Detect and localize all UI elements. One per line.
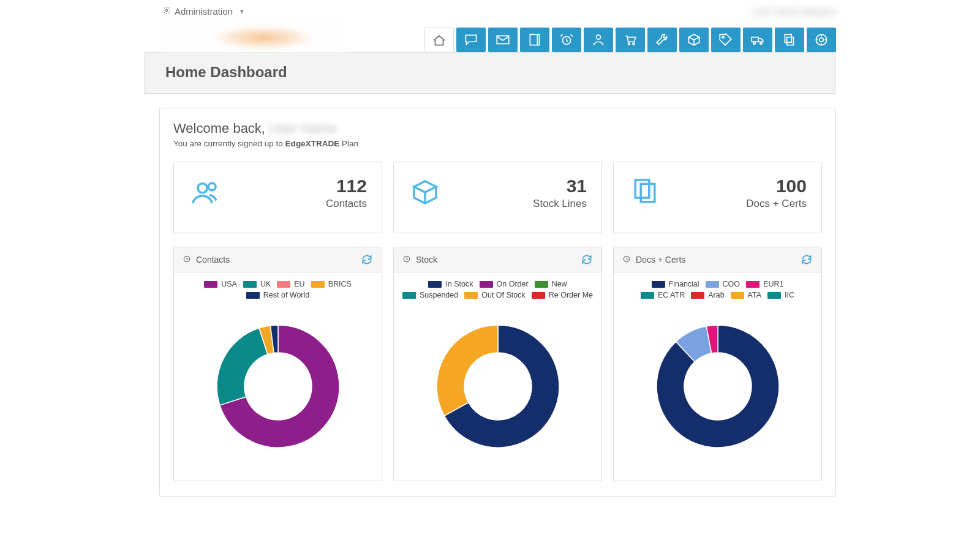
chart-legend: In StockOn OrderNewSuspendedOut Of Stock…	[394, 272, 601, 302]
svg-point-10	[760, 42, 762, 44]
stat-value: 100	[746, 176, 807, 197]
legend-label: EC ATR	[658, 291, 685, 299]
legend-label: BRICS	[328, 280, 352, 288]
legend-label: EU	[294, 280, 304, 288]
nav-cart-icon[interactable]	[616, 28, 645, 52]
legend-swatch	[746, 281, 760, 288]
donut-slice[interactable]	[437, 325, 498, 416]
legend-item[interactable]: ATA	[731, 291, 761, 299]
legend-item[interactable]: EU	[277, 280, 304, 288]
svg-point-14	[820, 38, 824, 42]
legend-item[interactable]: EC ATR	[641, 291, 685, 299]
stat-value: 112	[326, 176, 367, 197]
nav-comment-icon[interactable]	[456, 28, 486, 52]
legend-item[interactable]: Arab	[691, 291, 724, 299]
legend-label: Suspended	[420, 291, 458, 299]
nav-book-icon[interactable]	[520, 28, 549, 52]
legend-label: In Stock	[445, 280, 473, 288]
stat-card[interactable]: 31Stock Lines	[393, 162, 602, 233]
legend-item[interactable]: In Stock	[428, 280, 473, 288]
legend-swatch	[767, 292, 781, 299]
legend-label: USA	[221, 280, 237, 288]
legend-item[interactable]: COO	[706, 280, 740, 288]
svg-point-15	[198, 184, 207, 193]
legend-item[interactable]: Financial	[652, 280, 699, 288]
nav-support-icon[interactable]	[807, 28, 836, 52]
title-band: Home Dashboard	[144, 52, 836, 94]
refresh-icon[interactable]	[801, 253, 813, 266]
legend-swatch	[277, 281, 290, 288]
donut-chart	[614, 302, 821, 481]
refresh-icon[interactable]	[361, 253, 373, 266]
svg-rect-11	[787, 37, 794, 45]
svg-rect-2	[530, 34, 539, 45]
legend-swatch	[652, 281, 665, 288]
stat-value: 31	[533, 176, 587, 197]
svg-point-7	[722, 36, 724, 38]
legend-item[interactable]: Rest of World	[246, 291, 310, 299]
donut-slice[interactable]	[217, 328, 268, 405]
chart-title: Stock	[416, 255, 437, 264]
svg-point-4	[597, 35, 601, 39]
legend-label: EUR1	[763, 280, 783, 288]
stat-card[interactable]: 100Docs + Certs	[613, 162, 822, 233]
stat-label: Contacts	[326, 198, 367, 210]
nav-tag-icon[interactable]	[711, 28, 741, 52]
nav-person-icon[interactable]	[584, 28, 613, 52]
welcome-sub: You are currently signed up to EdgeXTRAD…	[173, 139, 822, 148]
clock-icon	[402, 255, 411, 265]
svg-point-5	[628, 43, 630, 45]
legend-swatch	[641, 292, 654, 299]
legend-item[interactable]: IIC	[767, 291, 794, 299]
legend-item[interactable]: BRICS	[311, 280, 352, 288]
legend-swatch	[480, 281, 493, 288]
nav-truck-icon[interactable]	[743, 28, 772, 52]
svg-point-9	[753, 42, 755, 44]
legend-item[interactable]: USA	[204, 280, 237, 288]
nav-wrench-icon[interactable]	[647, 28, 677, 52]
legend-item[interactable]: EUR1	[746, 280, 783, 288]
legend-item[interactable]: New	[535, 280, 567, 288]
nav-mail-icon[interactable]	[488, 28, 518, 52]
chart-card-stock: StockIn StockOn OrderNewSuspendedOut Of …	[393, 247, 602, 481]
legend-swatch	[204, 281, 217, 288]
legend-swatch	[311, 281, 325, 288]
chart-title: Docs + Certs	[636, 255, 685, 264]
stat-card[interactable]: 112Contacts	[173, 162, 382, 233]
legend-label: Re Order Me	[549, 291, 593, 299]
legend-label: Out Of Stock	[481, 291, 526, 299]
welcome-heading: Welcome back, User Name	[173, 121, 822, 137]
admin-menu[interactable]: Administration ▼	[49, 4, 245, 19]
legend-item[interactable]: Out Of Stock	[464, 291, 526, 299]
chart-legend: FinancialCOOEUR1EC ATRArabATAIIC	[614, 272, 821, 302]
legend-swatch	[402, 292, 416, 299]
legend-item[interactable]: On Order	[480, 280, 529, 288]
legend-item[interactable]: Suspended	[402, 291, 458, 299]
legend-swatch	[532, 292, 545, 299]
legend-swatch	[691, 292, 704, 299]
legend-item[interactable]: UK	[243, 280, 271, 288]
donut-chart	[394, 302, 601, 481]
nav-home-icon[interactable]	[424, 28, 454, 52]
legend-label: Arab	[708, 291, 724, 299]
stat-label: Stock Lines	[533, 198, 587, 210]
chart-card-contacts: ContactsUSAUKEUBRICSRest of World	[173, 247, 382, 481]
nav-alarm-icon[interactable]	[552, 28, 581, 52]
user-menu[interactable]: User Name (Region)	[752, 6, 931, 17]
stat-cards: 112Contacts31Stock Lines100Docs + Certs	[173, 162, 822, 233]
contacts-icon	[189, 176, 222, 211]
legend-swatch	[428, 281, 442, 288]
clock-icon	[183, 255, 191, 265]
refresh-icon[interactable]	[581, 253, 593, 266]
nav-box-icon[interactable]	[679, 28, 709, 52]
legend-item[interactable]: Re Order Me	[532, 291, 593, 299]
legend-swatch	[464, 292, 478, 299]
legend-label: UK	[260, 280, 271, 288]
docs-icon	[628, 176, 662, 211]
main-panel: Welcome back, User Name You are currentl…	[159, 108, 836, 497]
nav-copy-icon[interactable]	[775, 28, 804, 52]
legend-label: On Order	[497, 280, 529, 288]
donut-chart	[174, 302, 382, 481]
svg-point-6	[633, 43, 635, 45]
svg-rect-12	[785, 34, 791, 42]
